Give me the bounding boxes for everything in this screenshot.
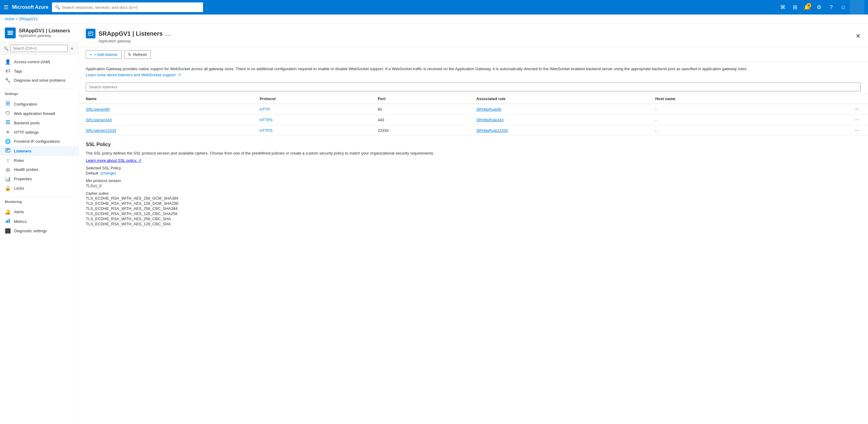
listener-name-link[interactable]: SRListener80 — [86, 107, 110, 112]
add-listener-label: + Add listener — [94, 52, 118, 57]
external-link-icon: ↗ — [178, 73, 181, 77]
listener-name-link[interactable]: SRListener443 — [86, 118, 112, 122]
sidebar-item-locks[interactable]: 🔒 Locks — [0, 183, 78, 193]
sidebar-item-listeners[interactable]: Listeners — [0, 146, 78, 156]
listeners-search-row — [79, 80, 868, 94]
ssl-policy-section: SSL Policy The SSL policy defines the SS… — [79, 136, 868, 229]
sidebar-search-icon: 🔍 — [4, 46, 8, 51]
rule-link[interactable]: SRHttpRule443 — [476, 118, 503, 122]
sidebar-item-label: Tags — [14, 69, 22, 74]
cipher-suite-item: TLS_ECDHE_RSA_WITH_AES_256_CBC_SHA384 — [86, 206, 861, 211]
sidebar-item-waf[interactable]: 🛡 Web application firewall — [0, 109, 78, 118]
svg-rect-0 — [7, 31, 13, 32]
nav-section-settings: Configuration 🛡 Web application firewall… — [0, 97, 78, 195]
sidebar-item-label: Health probes — [14, 167, 38, 172]
svg-rect-3 — [6, 102, 10, 102]
learn-more-link[interactable]: Learn more about listeners and WebSocket… — [86, 73, 181, 77]
ssl-min-protocol-value: TLSv1_0 — [86, 183, 861, 188]
sidebar-item-properties[interactable]: 📊 Properties — [0, 174, 78, 183]
cell-protocol: HTTPS — [253, 115, 371, 125]
refresh-icon: ↻ — [128, 52, 131, 57]
svg-rect-17 — [89, 34, 91, 34]
cipher-suite-item: TLS_ECDHE_RSA_WITH_AES_128_CBC_SHA — [86, 221, 861, 227]
close-button[interactable]: ✕ — [856, 32, 861, 39]
ssl-policy-description: The SSL policy defines the SSL protocol … — [86, 150, 861, 157]
sidebar-item-diagnostic-settings[interactable]: ⬛ Diagnostic settings — [0, 226, 78, 235]
refresh-button[interactable]: ↻ Refresh — [124, 50, 151, 59]
portal-settings-icon[interactable]: ⊞ — [789, 2, 800, 13]
page-title: SRAppGV1 | Listeners — [98, 30, 162, 37]
resource-icon — [5, 28, 16, 38]
sidebar-item-label: Configuration — [14, 102, 37, 107]
sidebar-item-diagnose[interactable]: 🔧 Diagnose and solve problems — [0, 76, 78, 85]
ssl-selected-value: Default (change) — [86, 171, 861, 175]
profile-avatar[interactable] — [850, 0, 864, 15]
col-associated-rule: Associated rule — [469, 94, 648, 104]
global-search-input[interactable] — [62, 5, 200, 10]
cipher-suite-item: TLS_ECDHE_RSA_WITH_AES_256_GCM_SHA384 — [86, 196, 861, 201]
svg-rect-16 — [89, 33, 92, 33]
cell-protocol: HTTP — [253, 104, 371, 115]
access-control-icon: 👤 — [5, 59, 11, 65]
rule-link[interactable]: SRHttpRule80 — [476, 107, 501, 112]
sidebar-item-label: HTTP settings — [14, 130, 39, 135]
breadcrumb-resource[interactable]: SRAppGV1 — [19, 17, 38, 21]
sidebar-item-access-control[interactable]: 👤 Access control (IAM) — [0, 57, 78, 66]
waf-icon: 🛡 — [5, 111, 11, 116]
settings-icon[interactable]: ⚙ — [814, 2, 825, 13]
col-port: Port — [370, 94, 469, 104]
sidebar-item-metrics[interactable]: Metrics — [0, 217, 78, 226]
sidebar-item-health-probes[interactable]: ◎ Health probes — [0, 165, 78, 174]
properties-icon: 📊 — [5, 176, 11, 182]
sidebar-item-configuration[interactable]: Configuration — [0, 99, 78, 109]
svg-rect-14 — [9, 219, 10, 223]
configuration-icon — [5, 101, 11, 107]
table-row: SRListener443 HTTPS 443 SRHttpRule443 - … — [79, 115, 868, 125]
svg-rect-6 — [6, 120, 10, 121]
add-icon: + — [90, 52, 92, 57]
sidebar-item-label: Web application firewall — [14, 111, 55, 116]
cell-associated-rule: SRHttpRule80 — [469, 104, 648, 115]
hamburger-menu[interactable]: ☰ — [4, 4, 8, 10]
sidebar-item-label: Diagnose and solve problems — [14, 78, 66, 83]
feedback-icon[interactable]: ☺ — [838, 2, 849, 13]
sidebar-collapse-button[interactable]: « — [69, 45, 74, 52]
diagnostic-icon: ⬛ — [5, 228, 11, 234]
info-section: Application Gateway provides native supp… — [79, 62, 868, 80]
cell-protocol: HTTPS — [253, 125, 371, 136]
sidebar-item-http-settings[interactable]: ≡ HTTP settings — [0, 128, 78, 137]
notifications-icon[interactable]: 🔔 4 — [802, 2, 812, 13]
ssl-policy-title: SSL Policy — [86, 142, 861, 147]
cloud-shell-icon[interactable]: ⌘ — [777, 2, 788, 13]
ssl-change-link[interactable]: (change) — [100, 171, 116, 175]
add-listener-button[interactable]: + + Add listener — [86, 50, 122, 59]
listener-name-link[interactable]: SRListener22334 — [86, 128, 116, 133]
cipher-suites-list: TLS_ECDHE_RSA_WITH_AES_256_GCM_SHA384TLS… — [86, 196, 861, 227]
sidebar-item-rules[interactable]: ↕ Rules — [0, 156, 78, 165]
sidebar-item-label: Locks — [14, 186, 24, 191]
svg-rect-13 — [7, 220, 8, 223]
breadcrumb-home[interactable]: Home — [5, 17, 14, 21]
listeners-search-input[interactable] — [86, 83, 861, 91]
row-actions-menu[interactable]: ··· — [853, 116, 861, 123]
ssl-learn-more-label: Learn more about SSL policy. — [86, 158, 137, 163]
more-options-button[interactable]: ... — [165, 30, 171, 37]
row-actions-menu[interactable]: ··· — [853, 106, 861, 112]
diagnose-icon: 🔧 — [5, 78, 11, 83]
sidebar-search-input[interactable] — [10, 45, 68, 52]
nav-divider-settings — [5, 89, 73, 89]
sidebar-item-label: Diagnostic settings — [14, 229, 47, 233]
sidebar-item-tags[interactable]: 🏷 Tags — [0, 66, 78, 76]
sidebar-item-alerts[interactable]: 🔔 Alerts — [0, 207, 78, 217]
sidebar-item-label: Alerts — [14, 209, 24, 214]
backend-pools-icon — [5, 120, 11, 126]
help-icon[interactable]: ? — [826, 2, 837, 13]
ssl-learn-more-link[interactable]: Learn more about SSL policy. ↗ — [86, 158, 142, 163]
rule-link[interactable]: SRHttpRule22334 — [476, 128, 508, 133]
cell-actions: ··· — [782, 104, 868, 115]
sidebar-item-label: Listeners — [14, 149, 31, 153]
sidebar-item-backend-pools[interactable]: Backend pools — [0, 118, 78, 128]
row-actions-menu[interactable]: ··· — [853, 127, 861, 133]
sidebar-item-frontend-ip[interactable]: 🌐 Frontend IP configurations — [0, 137, 78, 146]
resource-header: SRAppGV1 | Listeners Application gateway — [0, 24, 78, 43]
